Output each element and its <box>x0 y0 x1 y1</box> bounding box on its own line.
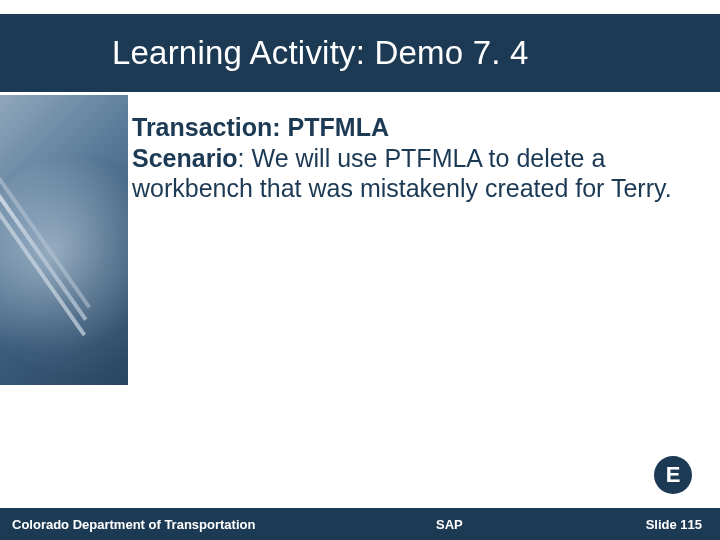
exercise-badge: E <box>654 456 692 494</box>
transaction-line: Transaction: PTFMLA <box>132 112 702 143</box>
footer-center: SAP <box>436 517 463 532</box>
slide-body: Transaction: PTFMLA Scenario: We will us… <box>132 112 702 204</box>
footer-org: Colorado Department of Transportation <box>12 517 255 532</box>
decorative-side-image <box>0 95 128 385</box>
transaction-label: Transaction: <box>132 113 288 141</box>
footer-bar: Colorado Department of Transportation SA… <box>0 508 720 540</box>
slide-title: Learning Activity: Demo 7. 4 <box>0 34 528 72</box>
footer-page: Slide 115 <box>646 517 702 532</box>
transaction-value: PTFMLA <box>288 113 389 141</box>
scenario-line: Scenario: We will use PTFMLA to delete a… <box>132 143 702 204</box>
scenario-label: Scenario <box>132 144 238 172</box>
slide: Learning Activity: Demo 7. 4 Transaction… <box>0 0 720 540</box>
title-bar: Learning Activity: Demo 7. 4 <box>0 14 720 92</box>
exercise-badge-letter: E <box>666 462 681 488</box>
